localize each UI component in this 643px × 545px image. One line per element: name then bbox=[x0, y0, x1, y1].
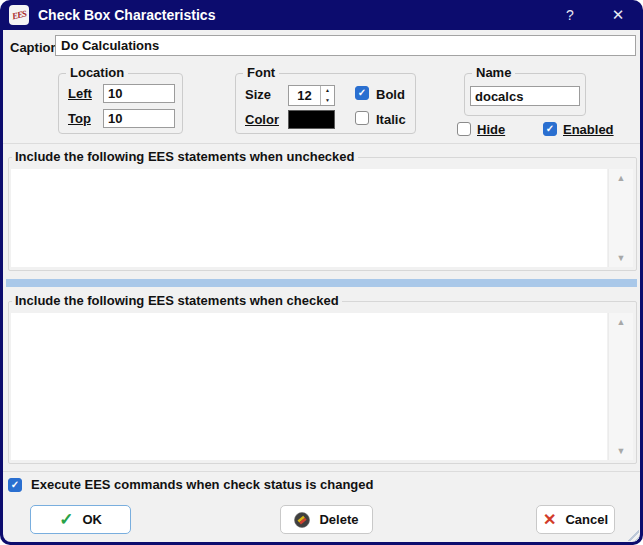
unchecked-statements-editor[interactable] bbox=[11, 169, 607, 267]
font-size-label: Size bbox=[245, 87, 271, 102]
unchecked-scrollbar[interactable]: ▲ ▼ bbox=[608, 169, 633, 267]
close-icon: ✕ bbox=[612, 6, 625, 24]
scroll-down-icon: ▼ bbox=[617, 254, 626, 263]
checked-scrollbar[interactable]: ▲ ▼ bbox=[608, 313, 633, 460]
ok-button-label: OK bbox=[82, 512, 102, 527]
name-group: Name bbox=[464, 73, 586, 116]
enabled-checkbox[interactable] bbox=[543, 122, 557, 136]
checked-statements-editor[interactable] bbox=[11, 313, 607, 460]
title-bar[interactable]: EES Check Box Characteristics ? ✕ bbox=[0, 0, 643, 30]
location-group: Location Left Top bbox=[58, 73, 183, 134]
delete-button[interactable]: Delete bbox=[280, 505, 373, 534]
ees-logo-icon: EES bbox=[9, 5, 29, 25]
top-separator bbox=[3, 143, 640, 144]
caption-input[interactable] bbox=[55, 35, 636, 56]
close-button[interactable]: ✕ bbox=[601, 0, 635, 30]
top-label: Top bbox=[68, 111, 91, 126]
ok-button[interactable]: ✓ OK bbox=[30, 505, 131, 534]
font-size-value: 12 bbox=[289, 86, 320, 105]
scroll-down-button[interactable]: ▼ bbox=[609, 251, 633, 265]
italic-label: Italic bbox=[376, 112, 406, 127]
spin-up-button[interactable]: ▲ bbox=[321, 86, 334, 96]
dialog-body: Caption Location Left Top Font Size 12 ▲… bbox=[3, 30, 640, 542]
cancel-button[interactable]: ✕ Cancel bbox=[536, 505, 615, 534]
left-input[interactable] bbox=[103, 84, 175, 103]
ok-check-icon: ✓ bbox=[59, 511, 73, 528]
checked-statements-section: Include the following EES statements whe… bbox=[8, 301, 637, 464]
name-group-legend: Name bbox=[472, 65, 515, 80]
scroll-up-button[interactable]: ▲ bbox=[609, 171, 633, 185]
cancel-x-icon: ✕ bbox=[543, 512, 556, 528]
top-input[interactable] bbox=[103, 109, 175, 128]
spin-down-button[interactable]: ▼ bbox=[321, 96, 334, 106]
execute-commands-checkbox[interactable] bbox=[8, 478, 22, 492]
help-icon: ? bbox=[566, 7, 574, 23]
bold-checkbox[interactable] bbox=[355, 86, 369, 100]
cancel-button-label: Cancel bbox=[565, 512, 608, 527]
spin-down-icon: ▼ bbox=[325, 98, 330, 103]
font-group: Font Size 12 ▲ ▼ Bold Color Italic bbox=[235, 73, 416, 134]
unchecked-statements-label: Include the following EES statements whe… bbox=[12, 149, 358, 164]
execute-commands-label: Execute EES commands when check status i… bbox=[31, 477, 373, 492]
font-color-swatch[interactable] bbox=[288, 110, 335, 129]
delete-button-label: Delete bbox=[319, 512, 358, 527]
spin-up-icon: ▲ bbox=[325, 88, 330, 93]
delete-eraser-icon bbox=[294, 512, 310, 528]
hide-checkbox[interactable] bbox=[457, 122, 471, 136]
resize-grip[interactable] bbox=[625, 527, 639, 541]
left-label: Left bbox=[68, 86, 92, 101]
checked-statements-label: Include the following EES statements whe… bbox=[12, 293, 342, 308]
italic-checkbox[interactable] bbox=[355, 111, 369, 125]
font-color-label: Color bbox=[245, 112, 279, 127]
font-size-spin-buttons: ▲ ▼ bbox=[320, 86, 334, 105]
help-button[interactable]: ? bbox=[553, 0, 587, 30]
location-group-legend: Location bbox=[66, 65, 128, 80]
scroll-up-icon: ▲ bbox=[617, 174, 626, 183]
font-group-legend: Font bbox=[243, 65, 279, 80]
scroll-down-icon: ▼ bbox=[617, 447, 626, 456]
window-title: Check Box Characteristics bbox=[38, 0, 215, 30]
bottom-separator bbox=[3, 471, 640, 472]
scroll-up-button[interactable]: ▲ bbox=[609, 315, 633, 329]
scroll-up-icon: ▲ bbox=[617, 318, 626, 327]
name-input[interactable] bbox=[470, 86, 580, 106]
unchecked-statements-section: Include the following EES statements whe… bbox=[8, 157, 637, 271]
execute-commands-row: Execute EES commands when check status i… bbox=[8, 477, 373, 492]
bold-label: Bold bbox=[376, 87, 405, 102]
font-size-stepper[interactable]: 12 ▲ ▼ bbox=[288, 85, 335, 106]
hide-label: Hide bbox=[477, 122, 505, 137]
enabled-label: Enabled bbox=[563, 122, 614, 137]
check-box-characteristics-dialog: EES Check Box Characteristics ? ✕ Captio… bbox=[0, 0, 643, 545]
section-divider bbox=[6, 279, 637, 287]
scroll-down-button[interactable]: ▼ bbox=[609, 444, 633, 458]
caption-label: Caption bbox=[10, 40, 58, 55]
